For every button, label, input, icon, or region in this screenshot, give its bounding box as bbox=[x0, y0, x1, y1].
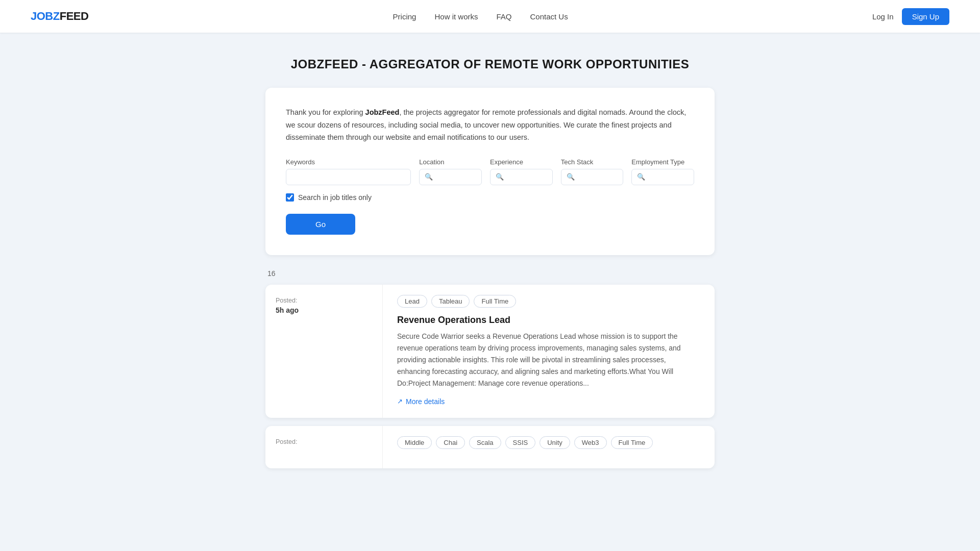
nav-pricing[interactable]: Pricing bbox=[393, 12, 416, 21]
job-card-left: Posted: 5h ago bbox=[265, 285, 383, 418]
job-card: Posted: 5h ago Lead Tableau Full Time Re… bbox=[265, 285, 715, 418]
nav-how-it-works[interactable]: How it works bbox=[434, 12, 478, 21]
job-title: Revenue Operations Lead bbox=[397, 315, 700, 325]
tag-unity: Unity bbox=[540, 436, 570, 449]
tag-ssis: SSIS bbox=[505, 436, 536, 449]
job-card-partial: Posted: Middle Chai Scala SSIS Unity Web… bbox=[265, 426, 715, 468]
login-button[interactable]: Log In bbox=[872, 12, 894, 21]
tech-stack-label: Tech Stack bbox=[561, 158, 624, 166]
logo[interactable]: JOBZFEED bbox=[31, 10, 88, 23]
job-description: Secure Code Warrior seeks a Revenue Oper… bbox=[397, 331, 700, 389]
job-tags-2: Middle Chai Scala SSIS Unity Web3 Full T… bbox=[397, 436, 700, 449]
page-title: JOBZFEED - AGGREGATOR OF REMOTE WORK OPP… bbox=[265, 57, 715, 71]
tag-tableau: Tableau bbox=[431, 295, 470, 308]
main-content: JOBZFEED - AGGREGATOR OF REMOTE WORK OPP… bbox=[255, 33, 725, 479]
nav-links: Pricing How it works FAQ Contact Us bbox=[393, 12, 568, 21]
employment-type-label: Employment Type bbox=[631, 158, 694, 166]
location-label: Location bbox=[419, 158, 482, 166]
job-tags: Lead Tableau Full Time bbox=[397, 295, 700, 308]
experience-input[interactable] bbox=[507, 173, 547, 181]
intro-text-before: Thank you for exploring bbox=[286, 108, 365, 116]
location-input-wrapper: 🔍 bbox=[419, 169, 482, 185]
employment-type-search-icon: 🔍 bbox=[637, 173, 645, 181]
more-details-link[interactable]: ↗ More details bbox=[397, 397, 445, 406]
keywords-input[interactable] bbox=[291, 173, 405, 181]
keywords-label: Keywords bbox=[286, 158, 411, 166]
external-link-icon: ↗ bbox=[397, 397, 403, 405]
title-only-label[interactable]: Search in job titles only bbox=[298, 193, 372, 202]
tag-web3: Web3 bbox=[574, 436, 607, 449]
tech-stack-input[interactable] bbox=[578, 173, 618, 181]
experience-search-icon: 🔍 bbox=[496, 173, 504, 181]
search-fields: Keywords Location 🔍 Experience 🔍 bbox=[286, 158, 694, 185]
tag-lead: Lead bbox=[397, 295, 427, 308]
logo-feed: FEED bbox=[60, 10, 89, 22]
posted-label-2: Posted: bbox=[276, 438, 372, 445]
job-card-2-left: Posted: bbox=[265, 426, 383, 468]
nav-faq[interactable]: FAQ bbox=[496, 12, 511, 21]
employment-type-input-wrapper: 🔍 bbox=[631, 169, 694, 185]
nav-contact-us[interactable]: Contact Us bbox=[530, 12, 568, 21]
nav-actions: Log In Sign Up bbox=[872, 8, 949, 25]
tag-full-time-2: Full Time bbox=[611, 436, 653, 449]
keywords-input-wrapper bbox=[286, 169, 411, 185]
search-card: Thank you for exploring JobzFeed, the pr… bbox=[265, 88, 715, 255]
checkbox-row: Search in job titles only bbox=[286, 193, 694, 202]
location-field-group: Location 🔍 bbox=[419, 158, 482, 185]
posted-time: 5h ago bbox=[276, 306, 372, 314]
logo-jobz: JOBZ bbox=[31, 10, 60, 22]
keywords-field-group: Keywords bbox=[286, 158, 411, 185]
intro-brand: JobzFeed bbox=[365, 108, 400, 116]
tech-stack-search-icon: 🔍 bbox=[567, 173, 575, 181]
tag-middle: Middle bbox=[397, 436, 432, 449]
employment-type-input[interactable] bbox=[648, 173, 689, 181]
signup-button[interactable]: Sign Up bbox=[902, 8, 949, 25]
location-search-icon: 🔍 bbox=[425, 173, 433, 181]
results-count: 16 bbox=[265, 269, 715, 278]
location-input[interactable] bbox=[436, 173, 476, 181]
experience-label: Experience bbox=[490, 158, 553, 166]
employment-type-field-group: Employment Type 🔍 bbox=[631, 158, 694, 185]
job-card-2-right: Middle Chai Scala SSIS Unity Web3 Full T… bbox=[383, 426, 715, 468]
search-intro: Thank you for exploring JobzFeed, the pr… bbox=[286, 106, 694, 144]
posted-label: Posted: bbox=[276, 297, 372, 304]
tag-scala: Scala bbox=[469, 436, 501, 449]
navbar: JOBZFEED Pricing How it works FAQ Contac… bbox=[0, 0, 980, 33]
job-card-right: Lead Tableau Full Time Revenue Operation… bbox=[383, 285, 715, 418]
go-button[interactable]: Go bbox=[286, 214, 355, 235]
more-details-label: More details bbox=[406, 397, 445, 406]
tech-stack-field-group: Tech Stack 🔍 bbox=[561, 158, 624, 185]
tag-chai: Chai bbox=[436, 436, 465, 449]
title-only-checkbox[interactable] bbox=[286, 193, 294, 202]
experience-input-wrapper: 🔍 bbox=[490, 169, 553, 185]
tech-stack-input-wrapper: 🔍 bbox=[561, 169, 624, 185]
tag-full-time: Full Time bbox=[474, 295, 516, 308]
experience-field-group: Experience 🔍 bbox=[490, 158, 553, 185]
